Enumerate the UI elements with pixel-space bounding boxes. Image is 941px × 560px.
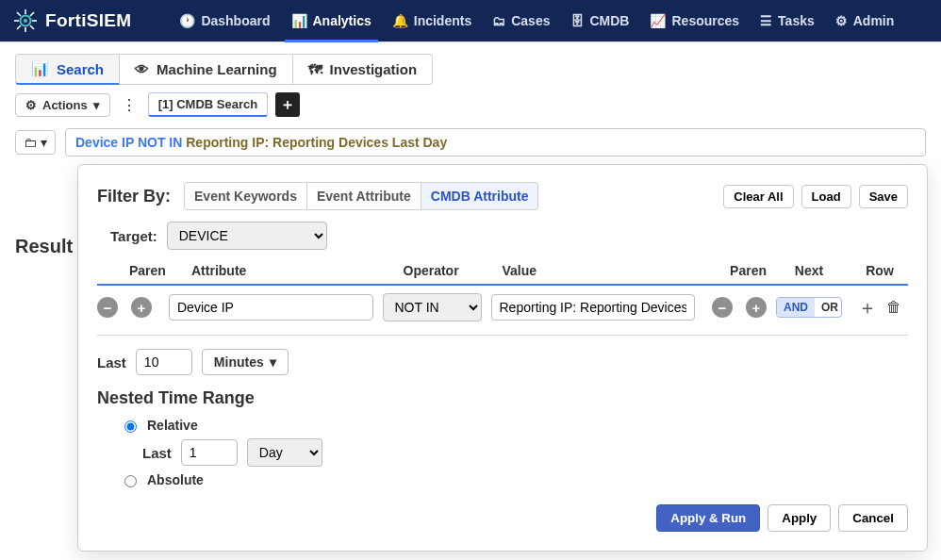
query-attr: Device IP — [75, 135, 134, 150]
nested-fields: Last Day — [142, 438, 908, 467]
folder-icon: 🗀 — [24, 135, 37, 150]
apply-button[interactable]: Apply — [768, 504, 831, 532]
nav-resources[interactable]: 📈Resources — [639, 0, 750, 41]
panel-actions: Apply & Run Apply Cancel — [97, 504, 908, 532]
folder-button[interactable]: 🗀 ▾ — [15, 130, 56, 155]
search-tab-chip[interactable]: [1] CMDB Search — [148, 92, 268, 117]
load-button[interactable]: Load — [801, 185, 851, 208]
subtab-search[interactable]: 📊 Search — [15, 54, 120, 85]
brand-icon — [13, 8, 38, 33]
actions-button[interactable]: ⚙ Actions ▾ — [15, 93, 110, 117]
filter-by-label: Filter By: — [97, 187, 171, 206]
svg-line-6 — [17, 12, 21, 16]
briefcase-icon: 🗂 — [492, 13, 505, 28]
next-or[interactable]: OR — [815, 298, 842, 317]
clear-all-button[interactable]: Clear All — [723, 185, 793, 208]
nav-dashboard[interactable]: 🕐Dashboard — [169, 0, 280, 41]
graph-icon: 🗺 — [308, 61, 322, 77]
delete-row-icon[interactable]: 🗑 — [886, 299, 901, 316]
query-op: NOT IN — [138, 135, 182, 150]
nav-items: 🕐Dashboard 📊Analytics 🔔Incidents 🗂Cases … — [169, 0, 904, 41]
bars-icon: 📈 — [650, 13, 666, 28]
gears-icon: ⚙ — [835, 13, 848, 28]
col-attribute: Attribute — [191, 263, 394, 278]
top-nav: FortiSIEM 🕐Dashboard 📊Analytics 🔔Inciden… — [0, 0, 941, 41]
col-value: Value — [503, 263, 705, 278]
target-label: Target: — [110, 228, 157, 244]
nested-count-input[interactable] — [181, 439, 238, 466]
add-row-icon[interactable]: ＋ — [858, 295, 877, 321]
nested-last-label: Last — [142, 445, 172, 461]
subtab-investigation[interactable]: 🗺 Investigation — [293, 54, 434, 85]
chart-icon: 📊 — [291, 13, 307, 28]
results-heading: Result — [15, 236, 73, 257]
add-paren-button[interactable]: + — [131, 297, 152, 318]
svg-line-7 — [30, 25, 34, 29]
add-paren2-button[interactable]: + — [746, 297, 767, 318]
time-unit-button[interactable]: Minutes ▾ — [202, 349, 289, 375]
dashboard-icon: 🕐 — [179, 13, 195, 28]
time-row: Last Minutes ▾ — [97, 349, 908, 375]
svg-point-1 — [24, 19, 27, 23]
save-button[interactable]: Save — [859, 185, 908, 208]
col-row: Row — [851, 263, 908, 278]
search-toolbar: ⚙ Actions ▾ ⋮ [1] CMDB Search ＋ — [0, 89, 941, 124]
filter-tab-keywords[interactable]: Event Keywords — [184, 182, 307, 210]
kebab-icon[interactable]: ⋮ — [118, 96, 140, 114]
operator-select[interactable]: NOT IN — [383, 293, 482, 321]
brand-text: FortiSIEM — [45, 10, 131, 31]
nested-relative-row[interactable]: Relative — [120, 418, 908, 433]
eye-icon: 👁 — [135, 61, 149, 77]
chevron-down-icon: ▾ — [270, 354, 276, 370]
brand: FortiSIEM — [13, 8, 131, 33]
remove-paren-button[interactable]: − — [97, 297, 118, 318]
col-operator: Operator — [404, 263, 493, 278]
query-row-1: − + NOT IN − + AND OR — [97, 286, 908, 336]
analytics-subtabs: 📊 Search 👁 Machine Learning 🗺 Investigat… — [0, 42, 941, 89]
attribute-input[interactable] — [169, 294, 373, 321]
col-next: Next — [776, 263, 842, 278]
chart-icon: 📊 — [31, 60, 49, 77]
nav-admin[interactable]: ⚙Admin — [825, 0, 905, 41]
nav-tasks[interactable]: ☰Tasks — [750, 0, 825, 41]
nested-relative-radio[interactable] — [124, 420, 137, 433]
filter-tabs: Event Keywords Event Attribute CMDB Attr… — [184, 182, 538, 210]
col-paren2: Paren — [714, 263, 767, 278]
target-select[interactable]: DEVICE — [167, 222, 327, 250]
nav-incidents[interactable]: 🔔Incidents — [382, 0, 482, 41]
query-val: Reporting IP: Reporting Devices Last Day — [186, 135, 447, 150]
bell-icon: 🔔 — [392, 13, 408, 28]
next-and[interactable]: AND — [777, 298, 815, 317]
target-row: Target: DEVICE — [97, 222, 908, 250]
subtab-machine-learning[interactable]: 👁 Machine Learning — [120, 54, 293, 85]
list-icon: ☰ — [760, 13, 772, 28]
col-paren: Paren — [129, 263, 182, 278]
nested-title: Nested Time Range — [97, 388, 908, 408]
value-input[interactable] — [491, 294, 696, 321]
nav-cases[interactable]: 🗂Cases — [482, 0, 560, 41]
cancel-button[interactable]: Cancel — [838, 504, 908, 532]
time-count-input[interactable] — [136, 349, 192, 375]
chevron-down-icon: ▾ — [41, 135, 47, 150]
next-toggle[interactable]: AND OR — [776, 297, 842, 318]
filter-tab-event-attribute[interactable]: Event Attribute — [307, 182, 421, 210]
db-icon: 🗄 — [570, 13, 584, 28]
gear-icon: ⚙ — [25, 98, 37, 112]
query-table-head: Paren Attribute Operator Value Paren Nex… — [97, 259, 908, 286]
svg-line-8 — [30, 12, 34, 16]
query-summary-row: 🗀 ▾ Device IP NOT IN Reporting IP: Repor… — [0, 124, 941, 164]
chevron-down-icon: ▾ — [93, 98, 100, 112]
query-summary[interactable]: Device IP NOT IN Reporting IP: Reporting… — [65, 128, 926, 156]
nested-unit-select[interactable]: Day — [247, 438, 322, 467]
apply-run-button[interactable]: Apply & Run — [656, 504, 760, 532]
nav-analytics[interactable]: 📊Analytics — [281, 0, 382, 41]
nested-absolute-radio[interactable] — [124, 475, 137, 487]
svg-line-9 — [17, 25, 21, 29]
filter-tab-cmdb-attribute[interactable]: CMDB Attribute — [421, 182, 539, 210]
nav-cmdb[interactable]: 🗄CMDB — [560, 0, 639, 41]
filter-panel: Filter By: Event Keywords Event Attribut… — [77, 164, 928, 552]
nested-absolute-row[interactable]: Absolute — [120, 472, 908, 487]
remove-paren2-button[interactable]: − — [712, 297, 733, 318]
add-search-tab-button[interactable]: ＋ — [275, 92, 300, 117]
last-label: Last — [97, 354, 126, 371]
